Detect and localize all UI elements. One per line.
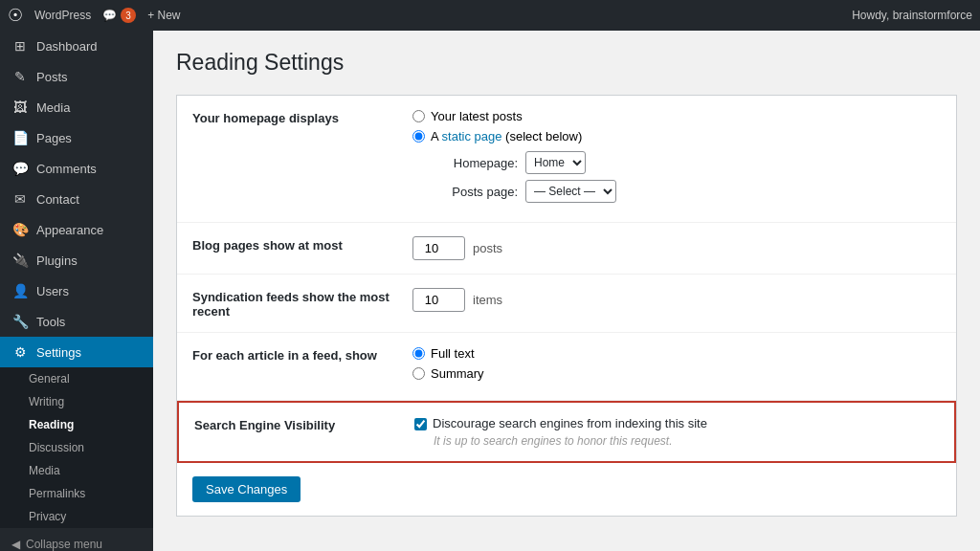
media-icon: 🖼 — [11, 99, 29, 115]
sidebar-item-contact[interactable]: ✉ Contact — [0, 184, 153, 214]
homepage-select-row: Homepage: Home — [432, 151, 941, 174]
latest-posts-option: Your latest posts — [412, 109, 941, 123]
wp-logo-icon[interactable]: ☉ — [8, 5, 23, 26]
sidebar: ⊞ Dashboard ✎ Posts 🖼 Media 📄 Pages 💬 Co… — [0, 31, 153, 551]
static-page-label: A static page (select below) — [431, 129, 582, 143]
homepage-select-label: Homepage: — [432, 156, 518, 170]
settings-icon: ⚙ — [11, 344, 29, 360]
blog-pages-input-group: 10 posts — [412, 236, 941, 260]
page-selectors: Homepage: Home Posts page: — Select — — [432, 151, 941, 203]
latest-posts-radio[interactable] — [412, 110, 425, 122]
sidebar-label-plugins: Plugins — [36, 253, 78, 268]
site-name[interactable]: WordPress — [34, 9, 91, 22]
sidebar-label-comments: Comments — [36, 162, 97, 176]
posts-page-select-label: Posts page: — [432, 185, 518, 199]
plugins-icon: 🔌 — [11, 253, 29, 268]
full-text-label[interactable]: Full text — [431, 346, 475, 361]
sidebar-label-users: Users — [36, 284, 69, 298]
blog-pages-input[interactable]: 10 — [412, 236, 465, 260]
sidebar-item-tools[interactable]: 🔧 Tools — [0, 306, 153, 337]
sidebar-sub-discussion[interactable]: Discussion — [0, 436, 153, 459]
sidebar-label-tools: Tools — [36, 315, 65, 329]
collapse-menu-button[interactable]: ◀ Collapse menu — [0, 528, 153, 551]
homepage-display-control: Your latest posts A static page (select … — [412, 109, 941, 209]
sidebar-sub-general[interactable]: General — [0, 367, 153, 390]
homepage-display-row: Your homepage displays Your latest posts… — [177, 96, 956, 223]
sidebar-label-posts: Posts — [36, 70, 68, 84]
syndication-input-group: 10 items — [412, 288, 941, 312]
sidebar-item-media[interactable]: 🖼 Media — [0, 92, 153, 122]
sidebar-sub-media[interactable]: Media — [0, 459, 153, 482]
search-engine-control: Discourage search engines from indexing … — [414, 416, 939, 448]
contact-icon: ✉ — [11, 191, 29, 207]
sidebar-sub-writing[interactable]: Writing — [0, 390, 153, 413]
pages-icon: 📄 — [11, 130, 29, 145]
homepage-select[interactable]: Home — [525, 151, 586, 174]
posts-page-select-row: Posts page: — Select — — [432, 180, 941, 203]
sidebar-label-dashboard: Dashboard — [36, 39, 98, 54]
page-title: Reading Settings — [176, 50, 957, 76]
comment-icon: 💬 — [102, 9, 117, 22]
sidebar-item-settings[interactable]: ⚙ Settings — [0, 337, 153, 367]
blog-pages-unit: posts — [473, 241, 502, 255]
homepage-display-label: Your homepage displays — [192, 109, 412, 125]
sidebar-item-dashboard[interactable]: ⊞ Dashboard — [0, 31, 153, 61]
blog-pages-control: 10 posts — [412, 236, 941, 260]
comment-count-badge[interactable]: 💬 3 — [102, 8, 136, 23]
user-greeting: Howdy, brainstormforce — [852, 9, 972, 22]
sidebar-item-appearance[interactable]: 🎨 Appearance — [0, 214, 153, 245]
full-text-option: Full text — [412, 346, 941, 361]
save-changes-button[interactable]: Save Changes — [192, 476, 301, 502]
new-content-button[interactable]: + New — [147, 9, 180, 22]
search-engine-hint: It is up to search engines to honor this… — [434, 434, 939, 448]
posts-page-select[interactable]: — Select — — [525, 180, 616, 203]
main-content: Reading Settings Your homepage displays … — [153, 31, 980, 551]
comments-icon: 💬 — [11, 161, 29, 176]
users-icon: 👤 — [11, 283, 29, 298]
settings-submenu: General Writing Reading Discussion Media… — [0, 367, 153, 528]
sidebar-item-pages[interactable]: 📄 Pages — [0, 122, 153, 153]
sidebar-label-appearance: Appearance — [36, 223, 103, 237]
search-engine-checkbox[interactable] — [414, 418, 427, 430]
static-page-option: A static page (select below) — [412, 129, 941, 143]
sidebar-sub-privacy[interactable]: Privacy — [0, 505, 153, 528]
sidebar-item-plugins[interactable]: 🔌 Plugins — [0, 245, 153, 276]
blog-pages-row: Blog pages show at most 10 posts — [177, 223, 956, 275]
latest-posts-label[interactable]: Your latest posts — [431, 109, 523, 123]
sidebar-item-comments[interactable]: 💬 Comments — [0, 153, 153, 184]
sidebar-label-settings: Settings — [36, 345, 81, 360]
sidebar-label-contact: Contact — [36, 192, 79, 207]
sidebar-label-pages: Pages — [36, 131, 72, 145]
sidebar-sub-reading[interactable]: Reading — [0, 413, 153, 436]
feed-article-control: Full text Summary — [412, 346, 941, 386]
feed-article-row: For each article in a feed, show Full te… — [177, 333, 956, 401]
sidebar-label-media: Media — [36, 100, 70, 115]
settings-form: Your homepage displays Your latest posts… — [176, 95, 957, 517]
sidebar-item-users[interactable]: 👤 Users — [0, 276, 153, 306]
summary-option: Summary — [412, 366, 941, 381]
search-engine-checkbox-label[interactable]: Discourage search engines from indexing … — [433, 416, 707, 430]
search-engine-row: Search Engine Visibility Discourage sear… — [177, 401, 956, 463]
appearance-icon: 🎨 — [11, 222, 29, 237]
blog-pages-label: Blog pages show at most — [192, 236, 412, 253]
syndication-label: Syndication feeds show the most recent — [192, 288, 412, 319]
collapse-icon: ◀ — [11, 538, 20, 551]
save-row: Save Changes — [177, 463, 956, 516]
summary-radio[interactable] — [412, 367, 425, 380]
summary-label[interactable]: Summary — [431, 366, 484, 381]
static-page-link[interactable]: static page — [442, 129, 502, 143]
tools-icon: 🔧 — [11, 314, 29, 329]
sidebar-item-posts[interactable]: ✎ Posts — [0, 61, 153, 92]
sidebar-sub-permalinks[interactable]: Permalinks — [0, 482, 153, 505]
syndication-unit: items — [473, 293, 502, 307]
syndication-input[interactable]: 10 — [412, 288, 465, 312]
search-engine-label: Search Engine Visibility — [194, 416, 414, 432]
posts-icon: ✎ — [11, 69, 29, 84]
full-text-radio[interactable] — [412, 347, 425, 360]
feed-article-label: For each article in a feed, show — [192, 346, 412, 363]
static-page-radio[interactable] — [412, 130, 425, 143]
syndication-row: Syndication feeds show the most recent 1… — [177, 275, 956, 333]
search-engine-checkbox-group: Discourage search engines from indexing … — [414, 416, 939, 430]
syndication-control: 10 items — [412, 288, 941, 312]
dashboard-icon: ⊞ — [11, 38, 29, 54]
